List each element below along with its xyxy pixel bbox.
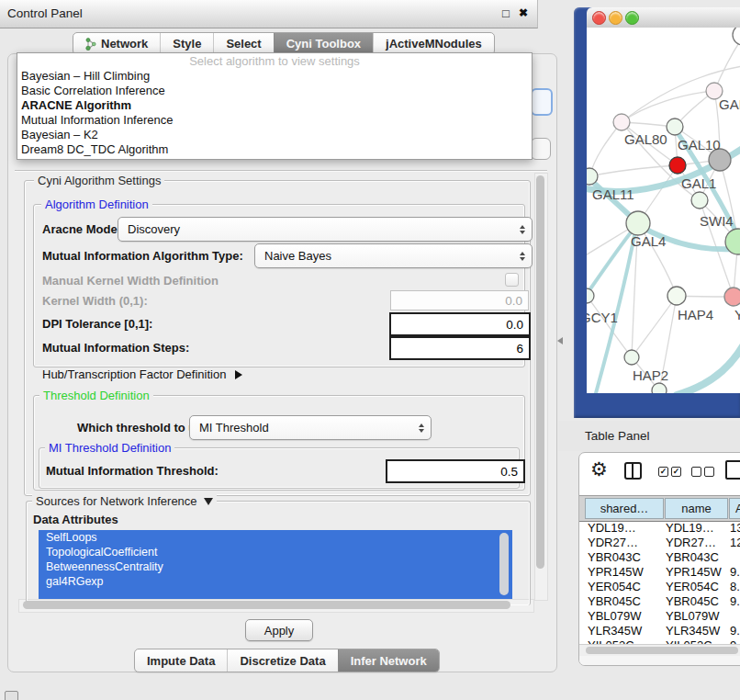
network-node-gal1-red[interactable] [669,157,686,174]
tab-impute-data[interactable]: Impute Data [135,649,227,672]
attribute-item[interactable]: SelfLoops [39,530,512,545]
deselect-all-checkboxes-icon[interactable] [691,467,715,478]
network-edge[interactable] [622,91,714,122]
settings-horizontal-scrollbar-thumb[interactable] [23,601,510,609]
table-cell: 13 [730,521,740,535]
network-node-bottom-node[interactable] [652,383,667,393]
screenshot-root: Control Panel □ ✖ NetworkStyleSelectCyni… [0,0,740,700]
network-node-gal10[interactable] [667,119,683,135]
column-header-name[interactable]: name [665,498,728,519]
attribute-item[interactable]: gal4RGexp [39,574,512,589]
panel-divider-collapse-icon[interactable] [554,337,563,344]
algorithm-option[interactable]: Mutual Information Inference [17,113,532,128]
network-window-titlebar[interactable] [587,7,740,28]
algorithm-option[interactable]: Bayesian – Hill Climbing [17,69,532,84]
table-cell: YBR043C [588,550,641,564]
data-attributes-label: Data Attributes [33,513,118,526]
mi-steps-value: 6 [516,342,523,356]
minimized-panel-icon[interactable] [5,691,18,700]
tab-infer-network[interactable]: Infer Network [338,649,439,672]
network-node-gcy1[interactable] [587,288,594,303]
table-horizontal-scrollbar-thumb[interactable] [586,647,738,654]
tab-cyni-toolbox[interactable]: Cyni Toolbox [274,33,373,54]
network-canvas[interactable]: GALGAL80GAL10GAL1GAL11SWI4GAL4GCY1HAP4YH… [587,28,740,393]
zoom-traffic-light-icon[interactable] [625,11,639,25]
algorithm-dropdown-popup: Select algorithm to view settings Bayesi… [17,52,533,160]
apply-button-label: Apply [264,624,295,638]
network-node-gal4[interactable] [626,211,650,235]
tab-label: Network [101,37,148,51]
algorithm-option[interactable]: Bayesian – K2 [17,128,532,142]
network-node-swi4[interactable] [691,192,708,209]
tab-style[interactable]: Style [160,33,213,54]
algorithm-option[interactable]: Basic Correlation Inference [17,84,532,98]
tab-network[interactable]: Network [73,33,160,54]
data-attributes-list[interactable]: SelfLoopsTopologicalCoefficientBetweenne… [39,530,512,599]
table-horizontal-scrollbar[interactable] [579,644,740,657]
column-header-clipped[interactable]: A [729,498,740,519]
kernel-width-field: 0.0 [390,290,529,310]
table-panel-titlebar: Table Panel [558,421,740,451]
network-graph[interactable]: GALGAL80GAL10GAL1GAL11SWI4GAL4GCY1HAP4YH… [587,28,740,393]
collapse-arrow-icon[interactable] [204,498,213,505]
mi-algorithm-type-combobox[interactable]: Naive Bayes [254,243,533,268]
attribute-item[interactable]: TopologicalCoefficient [39,545,512,559]
new-column-icon[interactable] [725,460,740,480]
expand-arrow-icon[interactable] [235,370,242,379]
tab-select[interactable]: Select [213,33,273,54]
tab-discretize-data[interactable]: Discretize Data [227,649,337,672]
network-node-label: GAL10 [678,137,721,152]
tab-label: Select [226,37,261,51]
hidden-control-fragment [531,138,551,160]
algorithm-option[interactable]: ARACNE Algorithm [17,98,532,113]
table-row[interactable]: YPR145WYPR145W9. [579,565,740,580]
tab-label: Style [173,37,201,51]
dpi-tolerance-field[interactable]: 0.0 [389,312,531,336]
table-row[interactable]: YBL079WYBL079W [579,609,740,624]
split-columns-icon[interactable] [624,462,642,480]
table-row[interactable]: YBR045CYBR045C9. [579,594,740,609]
network-node-gal11[interactable] [587,168,598,185]
which-threshold-combobox[interactable]: MI Threshold [189,415,432,440]
apply-button[interactable]: Apply [245,619,313,641]
network-node-hap4[interactable] [667,287,686,305]
network-node-partial-top[interactable] [733,28,740,45]
hub-transcription-factor-section[interactable]: Hub/Transcription Factor Definition [42,367,242,381]
network-node-gal80[interactable] [613,114,630,130]
attributes-list-scrollbar-thumb[interactable] [499,533,509,595]
column-header-shared-name[interactable]: shared… [585,498,664,519]
network-node-salmon-node[interactable] [724,288,740,306]
float-panel-icon[interactable]: □ [502,6,510,20]
network-edge[interactable] [589,122,622,176]
close-traffic-light-icon[interactable] [592,11,606,25]
mi-threshold-field[interactable]: 0.5 [386,459,525,483]
mi-steps-field[interactable]: 6 [389,336,531,360]
table-row[interactable]: YDL19…YDL19…13 [579,521,740,536]
network-edge[interactable] [632,296,677,357]
minimize-traffic-light-icon[interactable] [609,11,622,25]
table-row[interactable]: YLR345WYLR345W9. [579,624,740,638]
table-panel-footer [579,656,740,665]
table-row[interactable]: YBR043CYBR043C [579,550,740,565]
kernel-width-value: 0.0 [505,294,522,308]
select-all-checkboxes-icon[interactable]: ✓✓ [658,467,682,478]
algorithm-option[interactable]: Dream8 DC_TDC Algorithm [17,142,532,157]
settings-vertical-scrollbar-thumb[interactable] [536,175,544,569]
aracne-mode-combobox[interactable]: Discovery [118,217,533,242]
network-node-hap2[interactable] [624,350,639,365]
table-cell: YBL079W [588,609,642,623]
manual-kernel-width-checkbox[interactable] [505,273,519,287]
stepper-arrows-icon [520,225,525,234]
gear-icon[interactable]: ⚙ [590,459,608,480]
sources-title-row[interactable]: Sources for Network Inference [32,494,217,508]
tab-jactivemnodules[interactable]: jActiveMNodules [373,33,494,54]
tab-label: jActiveMNodules [386,37,482,51]
network-edge-highlighted[interactable] [677,336,740,393]
network-node-label: HAP4 [678,307,713,322]
table-row[interactable]: YDR27…YDR27…12 [579,536,740,550]
table-rows[interactable]: YDL19…YDL19…13YDR27…YDR27…12YBR043CYBR04… [579,521,740,644]
table-row[interactable]: YER054CYER054C8. [579,580,740,594]
attribute-item[interactable]: BetweennessCentrality [39,559,512,574]
network-node-label: HAP2 [633,367,668,383]
close-panel-icon[interactable]: ✖ [519,6,528,19]
